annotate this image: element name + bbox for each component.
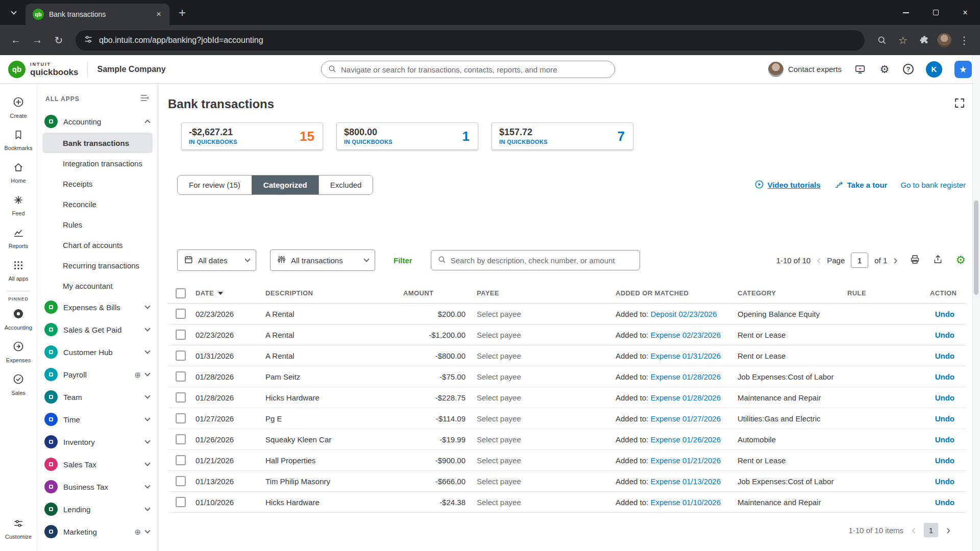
sidebar-subitem[interactable]: Reconcile	[37, 194, 158, 214]
site-info-icon[interactable]	[84, 35, 93, 46]
export-icon[interactable]	[933, 254, 943, 267]
global-search[interactable]	[321, 61, 615, 78]
payee-select[interactable]: Select payee	[477, 414, 616, 423]
payee-select[interactable]: Select payee	[477, 372, 616, 381]
transaction-search-input[interactable]	[451, 256, 633, 265]
window-minimize-button[interactable]	[891, 0, 921, 25]
rail-item-accounting[interactable]: Accounting	[0, 303, 37, 335]
prev-page-icon[interactable]: ‹	[912, 525, 916, 535]
prev-page-icon[interactable]: ‹	[817, 255, 821, 265]
rail-item-create[interactable]: Create	[0, 91, 37, 123]
undo-link[interactable]: Undo	[935, 498, 954, 507]
row-checkbox[interactable]	[176, 330, 186, 340]
account-card[interactable]: $800.00 IN QUICKBOOKS 1	[336, 122, 478, 150]
browser-menu-kebab-icon[interactable]: ⋮	[955, 32, 973, 49]
undo-link[interactable]: Undo	[935, 393, 954, 402]
sidebar-app-item[interactable]: Sales Tax	[37, 453, 158, 475]
next-page-icon[interactable]: ›	[946, 525, 950, 535]
sidebar-app-item[interactable]: Payroll ⊕	[37, 363, 158, 386]
rail-item-sales[interactable]: Sales	[0, 368, 37, 400]
rail-item-bookmarks[interactable]: Bookmarks	[0, 123, 37, 156]
filter-button[interactable]: Filter	[394, 256, 412, 265]
sidebar-subitem[interactable]: Receipts	[37, 173, 158, 194]
sidebar-app-item[interactable]: Lending	[37, 498, 158, 520]
row-checkbox[interactable]	[176, 392, 186, 403]
matched-transaction-link[interactable]: Expense 01/31/2026	[650, 352, 721, 360]
contact-experts-button[interactable]: Contact experts	[768, 62, 842, 77]
matched-transaction-link[interactable]: Deposit 02/23/2026	[650, 310, 717, 318]
undo-link[interactable]: Undo	[935, 372, 954, 381]
sidebar-subitem[interactable]: Chart of accounts	[37, 235, 158, 255]
sidebar-app-item[interactable]: Team	[37, 386, 158, 408]
undo-link[interactable]: Undo	[935, 310, 954, 318]
user-avatar[interactable]: K	[926, 61, 942, 78]
rail-item-customize[interactable]: Customize	[0, 512, 37, 545]
rail-item-home[interactable]: Home	[0, 156, 37, 189]
sidebar-subitem[interactable]: Recurring transactions	[37, 255, 158, 276]
undo-link[interactable]: Undo	[935, 435, 954, 444]
tab-for-review[interactable]: For review (15)	[178, 176, 252, 194]
table-settings-gear-icon[interactable]: ⚙	[955, 255, 966, 266]
profile-avatar[interactable]	[937, 33, 951, 47]
help-icon[interactable]: ?	[903, 64, 914, 74]
reload-button[interactable]: ↻	[50, 32, 67, 49]
sidebar-app-item[interactable]: Inventory	[37, 431, 158, 453]
undo-link[interactable]: Undo	[935, 352, 954, 360]
rail-item-feed[interactable]: Feed	[0, 189, 37, 221]
transaction-type-dropdown[interactable]: All transactions	[270, 249, 375, 271]
row-checkbox[interactable]	[176, 413, 186, 423]
extensions-icon[interactable]	[916, 32, 933, 49]
rail-item-reports[interactable]: Reports	[0, 221, 37, 254]
account-card[interactable]: $157.72 IN QUICKBOOKS 7	[492, 122, 633, 150]
tab-search-button[interactable]	[5, 4, 22, 21]
sidebar-app-item[interactable]: Business Tax	[37, 475, 158, 498]
go-to-bank-register-link[interactable]: Go to bank register	[900, 181, 966, 189]
rail-item-all-apps[interactable]: All apps	[0, 254, 37, 287]
sidebar-app-item[interactable]: Sales & Get Paid	[37, 318, 158, 341]
page-number-input[interactable]	[851, 253, 868, 268]
row-checkbox[interactable]	[176, 476, 186, 486]
scrollbar-thumb[interactable]	[974, 201, 978, 295]
column-header-date[interactable]: DATE	[195, 289, 265, 297]
next-page-icon[interactable]: ›	[893, 255, 897, 265]
whats-new-icon[interactable]	[854, 63, 866, 76]
matched-transaction-link[interactable]: Expense 01/26/2026	[650, 435, 721, 444]
window-close-button[interactable]: ×	[950, 0, 980, 25]
account-card[interactable]: -$2,627.21 IN QUICKBOOKS 15	[181, 122, 323, 150]
sidebar-app-accounting[interactable]: Accounting	[37, 110, 158, 133]
back-button[interactable]: ←	[7, 32, 24, 49]
sidebar-app-item[interactable]: Marketing ⊕	[37, 520, 158, 543]
date-filter-dropdown[interactable]: All dates	[177, 249, 256, 271]
payee-select[interactable]: Select payee	[477, 352, 616, 360]
payee-select[interactable]: Select payee	[477, 331, 616, 339]
video-tutorials-link[interactable]: Video tutorials	[754, 180, 821, 191]
undo-link[interactable]: Undo	[935, 331, 954, 339]
address-bar[interactable]: qbo.intuit.com/app/banking?jobId=account…	[76, 30, 865, 51]
payee-select[interactable]: Select payee	[477, 456, 616, 465]
matched-transaction-link[interactable]: Expense 02/23/2026	[650, 331, 721, 339]
payee-select[interactable]: Select payee	[477, 393, 616, 402]
browser-tab[interactable]: qb Bank transactions ×	[26, 4, 169, 25]
window-maximize-button[interactable]	[921, 0, 950, 25]
payee-select[interactable]: Select payee	[477, 498, 616, 507]
matched-transaction-link[interactable]: Expense 01/10/2026	[650, 498, 721, 507]
browser-extension-icon[interactable]	[954, 61, 972, 78]
sidebar-app-item[interactable]: Expenses & Bills	[37, 296, 158, 318]
transaction-search[interactable]	[431, 250, 640, 270]
rail-item-expenses[interactable]: Expenses	[0, 335, 37, 368]
sidebar-edit-icon[interactable]	[139, 93, 150, 105]
row-checkbox[interactable]	[176, 497, 186, 507]
sidebar-subitem[interactable]: My accountant	[37, 276, 158, 296]
sidebar-subitem[interactable]: Bank transactions	[42, 133, 153, 153]
global-search-input[interactable]	[341, 65, 608, 74]
matched-transaction-link[interactable]: Expense 01/27/2026	[650, 414, 721, 423]
zoom-icon[interactable]	[873, 32, 890, 49]
undo-link[interactable]: Undo	[935, 477, 954, 486]
sidebar-app-item[interactable]: Time	[37, 408, 158, 431]
row-checkbox[interactable]	[176, 371, 186, 382]
row-checkbox[interactable]	[176, 455, 186, 465]
tab-close-icon[interactable]: ×	[153, 9, 164, 20]
settings-gear-icon[interactable]: ⚙	[878, 63, 891, 76]
sidebar-subitem[interactable]: Integration transactions	[37, 153, 158, 173]
matched-transaction-link[interactable]: Expense 01/21/2026	[650, 456, 721, 465]
